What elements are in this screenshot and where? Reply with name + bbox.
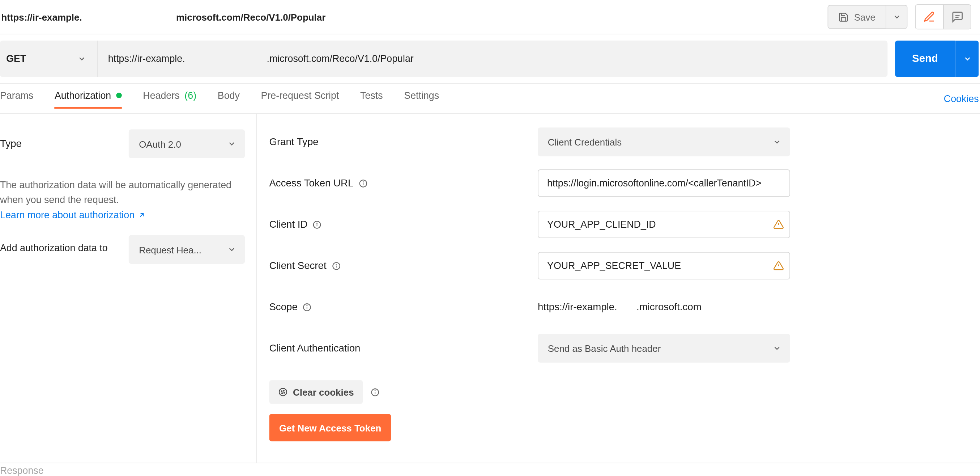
svg-point-5 <box>363 181 363 182</box>
send-button-label: Send <box>912 53 938 64</box>
send-dropdown-button[interactable] <box>955 40 979 77</box>
auth-type-select[interactable]: OAuth 2.0 <box>129 129 245 158</box>
request-title-part-a: https://ir-example. <box>0 11 176 22</box>
svg-point-8 <box>317 223 318 223</box>
client-secret-input[interactable] <box>538 252 790 280</box>
auth-left-column: Type OAuth 2.0 The authorization data wi… <box>0 113 257 463</box>
get-new-access-token-label: Get New Access Token <box>279 422 381 433</box>
chevron-down-icon <box>77 54 86 63</box>
chevron-down-icon <box>773 137 781 146</box>
tab-body[interactable]: Body <box>218 90 240 109</box>
svg-line-2 <box>140 214 143 217</box>
scope-value-a: https://ir-example. <box>538 302 636 313</box>
auth-info-copy: The authorization data will be automatic… <box>0 179 231 205</box>
add-auth-to-row: Add authorization data to Request Hea... <box>0 235 245 264</box>
request-row: GET https://ir-example. .microsoft.com/R… <box>0 34 980 84</box>
edit-comment-group <box>915 4 971 29</box>
tab-pre-request-label: Pre-request Script <box>261 90 339 101</box>
response-section-header: Response <box>0 463 980 476</box>
learn-more-link[interactable]: Learn more about authorization <box>0 208 146 222</box>
warning-icon <box>773 219 784 230</box>
chevron-down-icon <box>228 245 236 254</box>
auth-info-text: The authorization data will be automatic… <box>0 178 245 223</box>
save-button[interactable]: Save <box>828 5 886 29</box>
method-select[interactable]: GET <box>0 40 98 77</box>
save-button-label: Save <box>854 11 875 22</box>
tab-tests[interactable]: Tests <box>360 90 383 109</box>
tabs: Params Authorization Headers (6) Body Pr… <box>0 89 439 108</box>
client-auth-row: Client Authentication Send as Basic Auth… <box>269 334 980 363</box>
add-auth-to-label: Add authorization data to <box>0 235 129 256</box>
edit-button[interactable] <box>916 5 943 29</box>
url-part-a: https://ir-example. <box>108 53 267 64</box>
cookie-icon <box>278 387 288 397</box>
grant-type-label: Grant Type <box>269 136 538 148</box>
cookies-link[interactable]: Cookies <box>944 93 979 104</box>
grant-type-value: Client Credentials <box>548 136 622 147</box>
response-label: Response <box>0 465 44 476</box>
tabs-row: Params Authorization Headers (6) Body Pr… <box>0 84 980 113</box>
clear-cookies-label: Clear cookies <box>293 387 354 397</box>
auth-type-row: Type OAuth 2.0 <box>0 129 245 159</box>
top-bar: https://ir-example. microsoft.com/Reco/V… <box>0 0 980 34</box>
scope-row: Scope https://ir-example. .microsoft.com <box>269 292 980 321</box>
method-label: GET <box>6 53 26 64</box>
tab-headers[interactable]: Headers (6) <box>143 90 196 109</box>
client-auth-select[interactable]: Send as Basic Auth header <box>538 334 790 363</box>
tab-settings[interactable]: Settings <box>404 90 439 109</box>
client-id-label: Client ID <box>269 219 307 230</box>
get-new-access-token-button[interactable]: Get New Access Token <box>269 414 391 441</box>
save-dropdown-button[interactable] <box>886 5 908 29</box>
authorization-panel: Type OAuth 2.0 The authorization data wi… <box>0 113 980 463</box>
info-icon <box>370 387 379 397</box>
access-token-url-input[interactable] <box>538 169 790 197</box>
tab-headers-count: (6) <box>185 90 196 101</box>
info-icon <box>303 302 312 311</box>
save-icon <box>838 11 849 22</box>
client-id-input[interactable] <box>538 211 790 238</box>
info-icon <box>358 179 368 188</box>
client-auth-label: Client Authentication <box>269 343 538 354</box>
method-url-group: GET https://ir-example. .microsoft.com/R… <box>0 40 888 77</box>
auth-type-value: OAuth 2.0 <box>139 139 181 149</box>
cookies-link-label: Cookies <box>944 93 979 103</box>
client-id-row: Client ID <box>269 210 980 238</box>
tab-body-label: Body <box>218 90 240 101</box>
scope-input[interactable]: https://ir-example. .microsoft.com <box>538 302 790 313</box>
client-secret-label: Client Secret <box>269 260 326 272</box>
tab-pre-request-script[interactable]: Pre-request Script <box>261 90 339 109</box>
auth-form-column: Grant Type Client Credentials Access Tok… <box>257 113 980 463</box>
svg-point-21 <box>283 390 284 391</box>
tab-params[interactable]: Params <box>0 90 33 109</box>
svg-point-23 <box>284 392 285 393</box>
url-input[interactable]: https://ir-example. .microsoft.com/Reco/… <box>98 40 888 77</box>
scope-label: Scope <box>269 302 297 313</box>
send-button[interactable]: Send <box>895 40 955 77</box>
tab-settings-label: Settings <box>404 90 439 101</box>
topbar-actions: Save <box>828 4 980 29</box>
svg-point-18 <box>307 305 307 305</box>
svg-point-22 <box>282 393 282 393</box>
access-token-url-row: Access Token URL <box>269 169 980 197</box>
cookie-actions-row: Clear cookies <box>269 380 980 404</box>
client-secret-row: Client Secret <box>269 251 980 280</box>
chevron-down-icon <box>228 139 236 148</box>
clear-cookies-button[interactable]: Clear cookies <box>269 380 362 404</box>
comment-button[interactable] <box>943 5 970 29</box>
save-button-group: Save <box>828 5 908 29</box>
status-dot-icon <box>116 93 122 99</box>
info-icon <box>331 261 340 270</box>
scope-value-b: .microsoft.com <box>636 302 702 313</box>
tab-authorization-label: Authorization <box>55 90 111 101</box>
tab-authorization[interactable]: Authorization <box>55 90 122 109</box>
grant-type-row: Grant Type Client Credentials <box>269 128 980 156</box>
external-link-icon <box>138 211 146 219</box>
svg-point-20 <box>282 391 282 392</box>
comment-icon <box>951 11 964 23</box>
add-auth-to-select[interactable]: Request Hea... <box>129 235 245 264</box>
tab-tests-label: Tests <box>360 90 383 101</box>
add-auth-to-value: Request Hea... <box>139 244 201 255</box>
svg-point-19 <box>279 388 287 396</box>
grant-type-select[interactable]: Client Credentials <box>538 128 790 156</box>
client-auth-value: Send as Basic Auth header <box>548 343 661 353</box>
